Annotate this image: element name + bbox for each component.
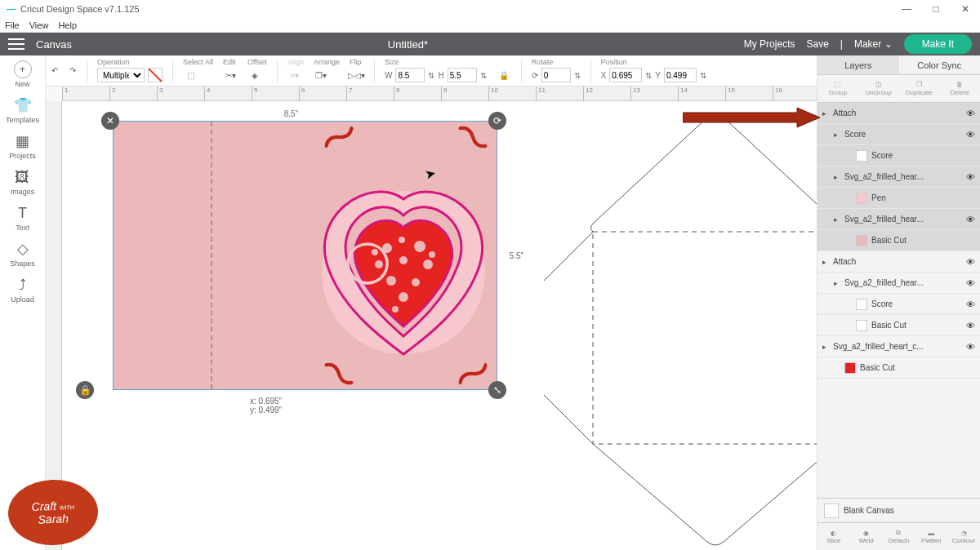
visibility-eye-icon[interactable]: 👁 xyxy=(966,257,975,267)
arrange-dropdown[interactable]: ❐▾ xyxy=(314,68,328,82)
layer-row[interactable]: ▸Svg_a2_frilled_hear...👁 xyxy=(817,209,980,230)
layer-row[interactable]: ▸Attach👁 xyxy=(817,251,980,273)
select-all-button[interactable]: ⬚ xyxy=(183,68,198,82)
selection-box[interactable]: 8.5" 5.5" xyxy=(85,121,497,390)
nav-projects[interactable]: ▦Projects xyxy=(9,132,36,160)
visibility-eye-icon[interactable]: 👁 xyxy=(966,278,975,288)
duplicate-button[interactable]: ❐Duplicate xyxy=(899,75,940,102)
layer-row[interactable]: Score👁 xyxy=(817,294,980,315)
slice-icon: ◐ xyxy=(831,530,836,537)
layer-row[interactable]: Basic Cut xyxy=(817,357,980,379)
hamburger-menu-icon[interactable] xyxy=(8,38,24,50)
linetype-swatch[interactable] xyxy=(148,68,163,82)
detach-button[interactable]: ⧉Detach xyxy=(883,523,915,550)
caret-icon[interactable]: ▸ xyxy=(834,215,840,224)
caret-icon[interactable]: ▸ xyxy=(822,109,829,118)
offset-button[interactable]: ◈ xyxy=(247,68,262,82)
delete-handle[interactable]: ✕ xyxy=(101,112,119,130)
canvas-color-swatch[interactable] xyxy=(824,503,839,518)
maximize-button[interactable]: □ xyxy=(921,0,951,18)
canvas[interactable]: 8.5" 5.5" xyxy=(62,101,817,550)
weld-button[interactable]: ◉Weld xyxy=(850,523,883,550)
flip-dropdown[interactable]: ▷◁▾ xyxy=(350,68,364,82)
layer-name: Attach xyxy=(833,257,962,266)
stepper-icon[interactable]: ⇅ xyxy=(645,71,652,80)
menu-help[interactable]: Help xyxy=(58,20,77,30)
nav-images[interactable]: 🖼Images xyxy=(11,168,35,196)
layer-row[interactable]: Pen xyxy=(817,188,980,209)
stepper-icon[interactable]: ⇅ xyxy=(700,71,706,80)
height-input[interactable] xyxy=(448,68,477,82)
nav-new[interactable]: +New xyxy=(14,60,32,88)
contour-button[interactable]: ◔Contour xyxy=(947,523,980,550)
nav-shapes[interactable]: ◇Shapes xyxy=(10,240,35,268)
layer-row[interactable]: Score xyxy=(817,145,980,166)
pos-x-input[interactable] xyxy=(609,68,642,82)
nav-text[interactable]: TText xyxy=(14,204,32,232)
menu-file[interactable]: File xyxy=(5,20,20,30)
caret-icon[interactable]: ▸ xyxy=(822,343,829,351)
ungroup-button[interactable]: ◫UnGroup xyxy=(858,75,899,102)
machine-selector[interactable]: Maker ⌄ xyxy=(854,38,893,50)
delete-button[interactable]: 🗑Delete xyxy=(939,75,980,102)
nav-upload[interactable]: ⤴Upload xyxy=(11,276,34,304)
menu-view[interactable]: View xyxy=(29,20,49,30)
layer-row[interactable]: Basic Cut👁 xyxy=(817,315,980,336)
layer-row[interactable]: Basic Cut xyxy=(817,230,980,251)
nav-templates[interactable]: 👕Templates xyxy=(6,96,39,124)
slice-button[interactable]: ◐Slice xyxy=(817,523,850,550)
layers-panel: Layers Color Sync ⬚Group ◫UnGroup ❐Dupli… xyxy=(817,55,980,550)
visibility-eye-icon[interactable]: 👁 xyxy=(966,299,975,309)
group-icon: ⬚ xyxy=(835,81,841,88)
caret-icon[interactable]: ▸ xyxy=(834,279,840,287)
visibility-eye-icon[interactable]: 👁 xyxy=(966,172,975,182)
undo-button[interactable]: ↶ xyxy=(47,64,62,78)
stepper-icon[interactable]: ⇅ xyxy=(574,71,581,80)
caret-icon[interactable]: ▸ xyxy=(822,258,829,266)
blank-canvas-row[interactable]: Blank Canvas xyxy=(817,498,980,522)
caret-icon[interactable]: ▸ xyxy=(834,173,840,181)
operation-select[interactable]: Multiple xyxy=(97,68,145,82)
pos-y-input[interactable] xyxy=(664,68,697,82)
layer-row[interactable]: ▸Score👁 xyxy=(817,124,980,145)
rotate-icon: ⟳ xyxy=(532,71,538,80)
edit-dropdown[interactable]: ✂▾ xyxy=(223,68,238,82)
save-link[interactable]: Save xyxy=(806,38,828,50)
heart-design[interactable] xyxy=(314,183,493,362)
lock-handle[interactable]: 🔒 xyxy=(76,381,94,399)
lock-aspect-icon[interactable]: 🔒 xyxy=(497,68,511,82)
visibility-eye-icon[interactable]: 👁 xyxy=(966,342,975,352)
group-button[interactable]: ⬚Group xyxy=(817,75,858,102)
stepper-icon[interactable]: ⇅ xyxy=(428,71,434,80)
tab-layers[interactable]: Layers xyxy=(817,55,899,74)
canvas-area[interactable]: 12345678910111213141516 8.5" 5.5" xyxy=(46,86,817,550)
visibility-eye-icon[interactable]: 👁 xyxy=(966,321,975,330)
rotate-input[interactable] xyxy=(541,68,571,82)
layer-row[interactable]: ▸Svg_a2_frilled_hear...👁 xyxy=(817,166,980,188)
rotate-handle[interactable]: ⟳ xyxy=(488,112,506,130)
layer-row[interactable]: ▸Svg_a2_frilled_hear...👁 xyxy=(817,273,980,294)
width-input[interactable] xyxy=(395,68,425,82)
ruler-tick: 3 xyxy=(157,86,163,101)
layer-row[interactable]: ▸Svg_a2_frilled_heart_c...👁 xyxy=(817,336,980,357)
my-projects-link[interactable]: My Projects xyxy=(744,38,795,50)
redo-button[interactable]: ↷ xyxy=(65,64,80,78)
close-button[interactable]: ✕ xyxy=(951,0,980,18)
layer-row[interactable]: ▸Attach👁 xyxy=(817,103,980,124)
envelope-shape[interactable] xyxy=(544,86,817,550)
ruler-tick: 5 xyxy=(252,86,257,101)
visibility-eye-icon[interactable]: 👁 xyxy=(966,215,975,224)
visibility-eye-icon[interactable]: 👁 xyxy=(966,130,975,140)
svg-point-11 xyxy=(399,237,405,243)
minimize-button[interactable]: — xyxy=(892,0,921,18)
stepper-icon[interactable]: ⇅ xyxy=(480,71,487,80)
resize-handle[interactable]: ⤡ xyxy=(488,381,506,399)
align-dropdown[interactable]: ≡▾ xyxy=(287,68,302,82)
make-it-button[interactable]: Make It xyxy=(904,34,972,54)
ruler-tick: 8 xyxy=(394,86,399,101)
visibility-eye-icon[interactable]: 👁 xyxy=(966,109,975,118)
flatten-button[interactable]: ▬Flatten xyxy=(915,523,947,550)
tab-color-sync[interactable]: Color Sync xyxy=(899,55,981,74)
caret-icon[interactable]: ▸ xyxy=(834,131,840,139)
app-logo: — xyxy=(7,4,16,14)
